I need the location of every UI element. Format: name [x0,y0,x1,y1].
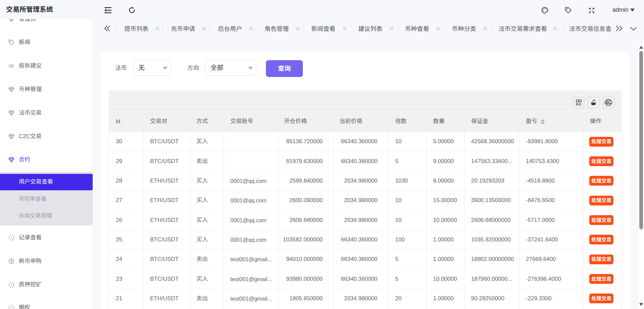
svg-text:$: $ [10,259,12,263]
